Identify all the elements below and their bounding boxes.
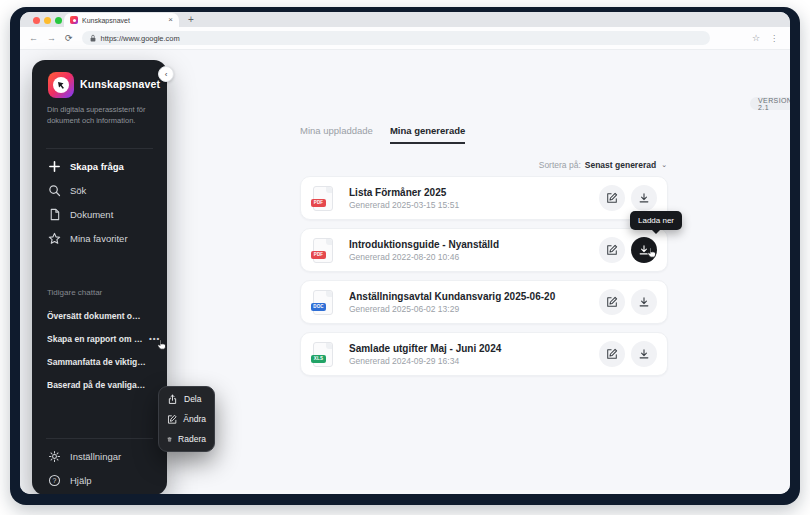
history-item[interactable]: Baserad på de vanligaste for...: [32, 373, 167, 396]
download-tooltip: Ladda ner: [630, 211, 682, 230]
forward-icon[interactable]: →: [47, 33, 56, 43]
history-item[interactable]: Sammanfatta de viktigaste o...: [32, 350, 167, 373]
chevron-down-icon: ⌄: [661, 161, 667, 169]
document-row[interactable]: PDF Lista Förmåner 2025 Genererad 2025-0…: [300, 176, 668, 220]
edit-icon: [167, 414, 177, 425]
document-title: Anställningsavtal Kundansvarig 2025-06-2…: [349, 291, 599, 302]
document-text: Introduktionsguide - Nyanställd Generera…: [349, 239, 599, 262]
app-tagline: Din digitala superassistent för dokument…: [47, 104, 159, 127]
sidebar-collapse-button[interactable]: ‹: [158, 66, 174, 82]
sidebar-item-dokument[interactable]: Dokument: [32, 202, 167, 226]
document-actions: [599, 185, 657, 211]
document-row[interactable]: DOC Anställningsavtal Kundansvarig 2025-…: [300, 280, 668, 324]
edit-button[interactable]: [599, 289, 625, 315]
download-button[interactable]: [631, 289, 657, 315]
new-tab-icon[interactable]: +: [188, 14, 194, 25]
window-frame: Kunskapsnavet × + ← → ⟳ https://www.goog…: [10, 7, 800, 505]
lock-icon: [89, 34, 97, 43]
document-actions: [599, 237, 657, 263]
document-row[interactable]: XLS Samlade utgifter Maj - Juni 2024 Gen…: [300, 332, 668, 376]
sidebar-item-label: Inställningar: [70, 451, 121, 462]
browser-tab[interactable]: Kunskapsnavet ×: [64, 13, 179, 27]
document-date: Genererad 2025-06-02 13:29: [349, 304, 599, 314]
document-date: Genererad 2024-09-29 16:34: [349, 356, 599, 366]
file-icon-xls: XLS: [313, 342, 333, 367]
sidebar-item-mina-favoriter[interactable]: Mina favoriter: [32, 226, 167, 250]
document-title: Samlade utgifter Maj - Juni 2024: [349, 343, 599, 354]
download-icon: [638, 296, 650, 308]
sidebar-item-sok[interactable]: Sök: [32, 178, 167, 202]
edit-button[interactable]: [599, 185, 625, 211]
sidebar: ‹ Kunskapsnavet Din digitala superassist…: [32, 60, 167, 494]
context-menu-item-radera[interactable]: Radera: [159, 429, 214, 449]
url-text: https://www.google.com: [101, 34, 180, 43]
download-button[interactable]: [631, 341, 657, 367]
edit-button[interactable]: [599, 237, 625, 263]
file-type-badge: DOC: [311, 303, 326, 311]
bookmark-star-icon[interactable]: ☆: [752, 33, 760, 43]
trash-icon: [167, 434, 172, 445]
document-text: Lista Förmåner 2025 Genererad 2025-03-15…: [349, 187, 599, 210]
history-header: Tidigare chattar: [47, 288, 102, 297]
app-name: Kunskapsnavet: [80, 78, 160, 90]
download-button[interactable]: [631, 185, 657, 211]
history-item-label: Översätt dokument om perso...: [47, 311, 147, 321]
sidebar-item-installningar[interactable]: Inställningar: [32, 444, 167, 468]
document-row[interactable]: PDF Introduktionsguide - Nyanställd Gene…: [300, 228, 668, 272]
document-actions: [599, 341, 657, 367]
history-item-selected[interactable]: Skapa en rapport om de tio s... •••: [32, 327, 167, 350]
history-list: Översätt dokument om perso... Skapa en r…: [32, 304, 167, 396]
file-type-badge: PDF: [311, 199, 326, 207]
history-item[interactable]: Översätt dokument om perso...: [32, 304, 167, 327]
file-type-badge: PDF: [311, 251, 326, 259]
document-date: Genererad 2022-08-20 10:46: [349, 252, 599, 262]
document-list: PDF Lista Förmåner 2025 Genererad 2025-0…: [300, 176, 668, 376]
back-icon[interactable]: ←: [29, 33, 38, 43]
reload-icon[interactable]: ⟳: [65, 33, 73, 43]
help-icon: ?: [48, 474, 61, 487]
traffic-lights: [33, 17, 62, 24]
context-menu-label: Radera: [178, 434, 206, 444]
document-icon: [48, 208, 61, 221]
svg-text:?: ?: [53, 476, 57, 483]
document-title: Lista Förmåner 2025: [349, 187, 599, 198]
url-bar[interactable]: https://www.google.com: [82, 31, 710, 45]
document-text: Samlade utgifter Maj - Juni 2024 Generer…: [349, 343, 599, 366]
context-menu-item-andra[interactable]: Ändra: [159, 409, 214, 429]
sort-control[interactable]: Sortera på: Senast genererad ⌄: [20, 160, 667, 170]
edit-button[interactable]: [599, 341, 625, 367]
tab-mina-uppladdade[interactable]: Mina uppladdade: [300, 125, 373, 144]
context-menu-item-dela[interactable]: Dela: [159, 389, 214, 409]
document-date: Genererad 2025-03-15 15:51: [349, 200, 599, 210]
download-icon: [638, 348, 650, 360]
history-item-label: Baserad på de vanligaste for...: [47, 380, 147, 390]
star-icon: [48, 232, 61, 245]
tab-close-icon[interactable]: ×: [168, 16, 173, 24]
edit-icon: [606, 192, 618, 204]
search-icon: [48, 184, 61, 197]
close-window-button[interactable]: [33, 17, 40, 24]
sidebar-item-hjalp[interactable]: ? Hjälp: [32, 468, 167, 492]
context-menu-label: Dela: [184, 394, 201, 404]
app-logo: [48, 72, 74, 98]
download-icon: [638, 192, 650, 204]
cursor-pointer-icon: [156, 338, 169, 351]
version-badge: VERSION 2.1: [750, 97, 790, 110]
sort-value: Senast genererad: [585, 160, 656, 170]
maximize-window-button[interactable]: [55, 17, 62, 24]
edit-icon: [606, 244, 618, 256]
tab-title: Kunskapsnavet: [82, 17, 164, 24]
browser-menu-icon[interactable]: ⋮: [770, 34, 778, 43]
cursor-pointer-icon: [646, 246, 659, 259]
document-actions: [599, 289, 657, 315]
download-button-hovered[interactable]: [631, 237, 657, 263]
chevron-left-icon: ‹: [165, 70, 168, 79]
sidebar-footer: Inställningar ? Hjälp: [32, 444, 167, 492]
file-icon-pdf: PDF: [313, 186, 333, 211]
tab-mina-genererade[interactable]: Mina genererade: [390, 125, 466, 144]
file-icon-pdf: PDF: [313, 238, 333, 263]
page-tabs: Mina uppladdade Mina genererade: [300, 125, 465, 144]
minimize-window-button[interactable]: [44, 17, 51, 24]
sidebar-divider: [46, 148, 153, 149]
edit-icon: [606, 348, 618, 360]
